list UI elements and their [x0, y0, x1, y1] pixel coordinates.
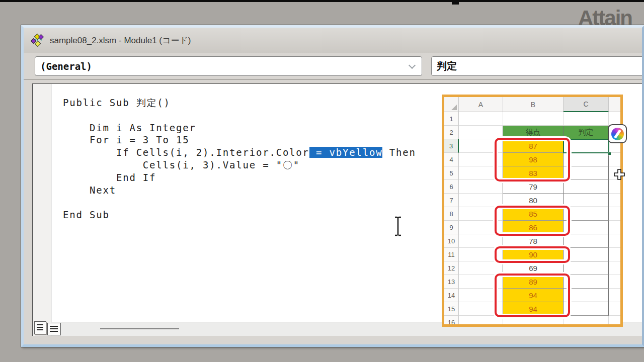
row-header-14[interactable]: 14 [444, 289, 459, 302]
cell-C4[interactable] [564, 153, 609, 166]
red-annotation-box [495, 206, 570, 236]
select-all-corner[interactable] [444, 97, 459, 112]
full-module-view-icon [50, 326, 58, 333]
cell-C2[interactable]: 判定 [564, 126, 609, 139]
row-header-6[interactable]: 6 [444, 180, 459, 194]
row-header-13[interactable]: 13 [444, 275, 459, 289]
attain-logo: Attain [578, 6, 632, 30]
cell-A10[interactable] [459, 234, 503, 248]
cell-B16[interactable] [503, 316, 564, 327]
title-bar[interactable]: sample08_2.xlsm - Module1 (コード) [24, 28, 642, 53]
table-row: 1269 [444, 261, 620, 275]
cell-filler [609, 112, 621, 126]
row-header-5[interactable]: 5 [444, 166, 459, 180]
row-header-16[interactable]: 16 [444, 316, 459, 327]
cell-B12[interactable]: 69 [503, 261, 564, 275]
procedure-dropdown[interactable]: 判定 [431, 56, 644, 76]
cell-B7[interactable]: 80 [503, 194, 564, 207]
full-module-view-button[interactable] [47, 323, 61, 335]
cell-B6[interactable]: 79 [503, 180, 564, 194]
cell-B1[interactable] [503, 112, 564, 126]
cell-filler [609, 302, 621, 316]
column-header-filler [609, 97, 621, 112]
copilot-icon [611, 128, 624, 140]
cell-C7[interactable] [564, 194, 609, 207]
cell-A12[interactable] [459, 261, 503, 275]
row-header-11[interactable]: 11 [444, 248, 459, 261]
cell-filler [609, 289, 621, 302]
cell-C9[interactable] [564, 221, 609, 234]
cell-C15[interactable] [564, 302, 609, 316]
cell-C10[interactable] [564, 234, 609, 248]
cell-A2[interactable] [459, 126, 503, 139]
object-dropdown-value: (General) [40, 61, 92, 72]
cell-A16[interactable] [459, 316, 503, 327]
column-header-B[interactable]: B [503, 97, 564, 112]
module-icon [31, 33, 45, 47]
cell-filler [609, 261, 621, 275]
row-header-1[interactable]: 1 [444, 112, 459, 126]
cell-cross-cursor [614, 169, 625, 180]
red-annotation-box [495, 138, 570, 182]
table-row: 780 [444, 194, 620, 207]
cell-A6[interactable] [459, 180, 503, 194]
table-row: 16 [444, 316, 620, 327]
red-annotation-box [495, 246, 570, 263]
horizontal-scrollbar-thumb[interactable] [100, 328, 179, 329]
object-dropdown[interactable]: (General) [35, 56, 422, 76]
row-header-4[interactable]: 4 [444, 153, 459, 166]
cell-C14[interactable] [564, 289, 609, 302]
video-top-bar-notch [452, 0, 459, 5]
cell-C12[interactable] [564, 261, 609, 275]
cell-filler [609, 275, 621, 289]
cell-filler [609, 316, 621, 327]
procedure-view-button[interactable] [34, 321, 46, 334]
cell-filler [609, 207, 621, 221]
cell-C1[interactable] [564, 112, 609, 126]
cell-filler [609, 221, 621, 234]
table-row: 1078 [444, 234, 620, 248]
excel-overlay: ABC12得点判定3874985836797808859861078119012… [442, 95, 623, 327]
cell-filler [609, 180, 621, 194]
row-header-10[interactable]: 10 [444, 234, 459, 248]
row-header-8[interactable]: 8 [444, 207, 459, 221]
cell-filler [609, 248, 621, 261]
margin-indicator-bar[interactable] [33, 84, 51, 336]
text-ibeam-cursor [394, 216, 402, 236]
row-header-9[interactable]: 9 [444, 221, 459, 234]
cell-A7[interactable] [459, 194, 503, 207]
chevron-down-icon[interactable] [409, 62, 416, 69]
table-row: 679 [444, 180, 620, 194]
row-header-2[interactable]: 2 [444, 126, 459, 139]
cell-filler [609, 194, 621, 207]
video-top-bar [0, 0, 644, 2]
cell-C11[interactable] [564, 248, 609, 261]
cell-C5[interactable] [564, 166, 609, 180]
cell-C8[interactable] [564, 207, 609, 221]
row-header-3[interactable]: 3 [444, 139, 459, 153]
cell-filler [609, 234, 621, 248]
row-header-15[interactable]: 15 [444, 302, 459, 316]
column-header-row: ABC [444, 97, 620, 112]
selected-text[interactable]: = vbYellow [309, 147, 383, 158]
column-header-C[interactable]: C [564, 97, 609, 112]
cell-B2[interactable]: 得点 [503, 126, 564, 139]
row-header-7[interactable]: 7 [444, 194, 459, 207]
table-row: 1 [444, 112, 620, 126]
procedure-view-icon [37, 324, 43, 331]
red-annotation-box [495, 274, 570, 317]
combo-row: (General) 判定 [24, 53, 642, 80]
cell-C6[interactable] [564, 180, 609, 194]
copilot-button[interactable] [608, 124, 627, 143]
fill-handle[interactable] [608, 152, 611, 155]
cell-C13[interactable] [564, 275, 609, 289]
procedure-dropdown-value: 判定 [437, 59, 457, 73]
cell-A1[interactable] [459, 112, 503, 126]
column-header-A[interactable]: A [459, 97, 503, 112]
table-row: 2得点判定 [444, 126, 620, 139]
row-header-12[interactable]: 12 [444, 261, 459, 275]
window-title: sample08_2.xlsm - Module1 (コード) [50, 35, 191, 46]
cell-C16[interactable] [564, 316, 609, 327]
cell-B10[interactable]: 78 [503, 234, 564, 248]
